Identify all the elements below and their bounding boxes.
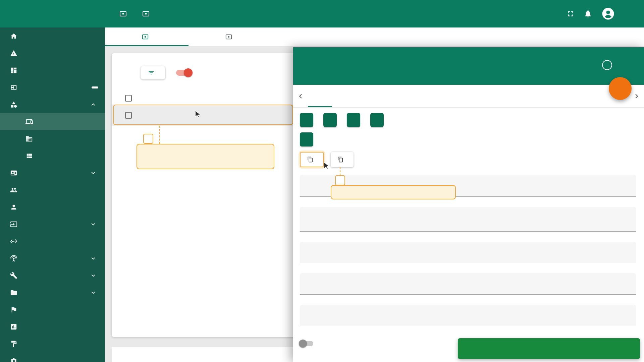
assets-icon (25, 135, 33, 142)
assigned-software-field[interactable] (300, 305, 636, 326)
sidebar-item-users[interactable] (0, 198, 105, 216)
sidebar-item-home[interactable] (0, 27, 105, 45)
tools-icon (10, 272, 17, 279)
annotation-step-box-2 (331, 185, 456, 199)
sidebar-item-white-labeling[interactable] (0, 335, 105, 352)
templates-icon (10, 84, 17, 91)
copy-access-token-button[interactable] (331, 152, 354, 167)
chevron-down-icon (90, 289, 97, 296)
sidebar-item-integrations-center[interactable] (0, 216, 105, 233)
sidebar-item-entity-views[interactable] (0, 147, 105, 164)
tab-alarms[interactable] (380, 85, 405, 107)
integrations-icon (10, 221, 17, 228)
include-customer-toggle[interactable] (176, 70, 192, 76)
copy-icon (337, 157, 343, 163)
entities-icon (10, 101, 17, 108)
top-header (0, 0, 644, 27)
chevron-down-icon (90, 255, 97, 262)
chevron-down-icon (90, 169, 97, 177)
select-all-checkbox[interactable] (125, 95, 132, 102)
notifications-bell-icon[interactable] (584, 9, 592, 18)
tab-groups[interactable] (189, 27, 272, 46)
sidebar-item-solution-templates[interactable] (0, 79, 105, 96)
sidebar-item-api-usage[interactable] (0, 318, 105, 335)
tab-events[interactable] (405, 85, 429, 107)
chevron-left-icon (296, 92, 305, 101)
people-icon (10, 186, 17, 194)
tab-all[interactable] (105, 27, 189, 46)
sidebar-item-devices[interactable] (0, 113, 105, 130)
user-avatar[interactable] (601, 7, 615, 21)
profiles-icon (10, 169, 17, 177)
group-all-icon (142, 10, 150, 18)
entity-views-icon (25, 152, 33, 160)
sidebar-item-assets[interactable] (0, 130, 105, 147)
label-field[interactable] (300, 242, 636, 263)
assigned-firmware-field[interactable] (300, 273, 636, 295)
edit-fab-button[interactable] (609, 77, 632, 100)
device-details-panel (293, 47, 644, 362)
sidebar-item-entities[interactable] (0, 96, 105, 113)
thingsboard-app (0, 0, 644, 362)
chevron-down-icon (90, 272, 97, 279)
fullscreen-icon[interactable] (566, 9, 575, 18)
dashboard-icon (10, 67, 17, 74)
sidebar-item-settings[interactable] (0, 352, 105, 362)
panel-header (293, 47, 644, 85)
gear-icon (10, 357, 17, 362)
sidebar-item-alarms[interactable] (0, 45, 105, 62)
flag-icon (10, 306, 17, 313)
tab-details[interactable] (308, 85, 332, 107)
row-checkbox[interactable] (125, 112, 132, 119)
annotation-step-number-2 (335, 175, 345, 185)
chart-icon (10, 323, 17, 330)
sidebar-item-customers[interactable] (0, 181, 105, 198)
table-footer (112, 347, 293, 362)
tab-latest-telemetry[interactable] (356, 85, 380, 107)
tab-relations[interactable] (429, 85, 453, 107)
sidebar-item-dashboards[interactable] (0, 62, 105, 79)
annotation-step-number-1 (143, 134, 153, 144)
antenna-icon (10, 255, 17, 262)
sidebar-item-profiles[interactable] (0, 164, 105, 181)
filter-icon (148, 69, 155, 76)
devices-icon (25, 118, 33, 125)
chevron-up-icon (90, 101, 97, 108)
sidebar-item-resources[interactable] (0, 284, 105, 301)
panel-body (293, 108, 644, 346)
breadcrumb (119, 10, 154, 18)
tab-audit-logs[interactable] (453, 85, 477, 107)
tabs-scroll-left[interactable] (293, 85, 308, 108)
tab-attributes[interactable] (332, 85, 356, 107)
check-connectivity-button[interactable] (370, 113, 384, 127)
manage-owner-groups-button[interactable] (347, 113, 360, 127)
copy-device-id-button[interactable] (300, 152, 324, 167)
sidebar-item-advanced-features[interactable] (0, 267, 105, 284)
delete-device-button[interactable] (300, 132, 313, 146)
paint-icon (10, 340, 17, 348)
manage-credentials-button[interactable] (323, 113, 337, 127)
groups-icon (225, 33, 232, 41)
devices-icon (142, 33, 149, 41)
snackbar (458, 338, 640, 359)
sidebar-item-edge-management[interactable] (0, 250, 105, 267)
sidebar-item-rule-chains[interactable] (0, 233, 105, 250)
annotation-connector-1 (159, 126, 160, 144)
is-gateway-toggle[interactable] (300, 341, 313, 346)
snackbar-close-button[interactable] (627, 346, 631, 351)
home-icon (10, 33, 17, 40)
entity-group-tabs (105, 27, 644, 46)
help-icon[interactable] (602, 60, 612, 70)
copy-icon (307, 157, 313, 163)
sidebar-item-notification-center[interactable] (0, 301, 105, 318)
device-filter-button[interactable] (141, 66, 165, 79)
header-actions (566, 7, 644, 21)
open-details-page-button[interactable] (300, 113, 313, 127)
chevron-right-icon (632, 92, 641, 101)
panel-tabs (293, 85, 644, 108)
chevron-down-icon (90, 221, 97, 228)
device-profile-field[interactable] (300, 207, 636, 232)
devices-icon (119, 10, 127, 18)
person-icon (10, 203, 17, 211)
rule-chains-icon (10, 238, 17, 245)
